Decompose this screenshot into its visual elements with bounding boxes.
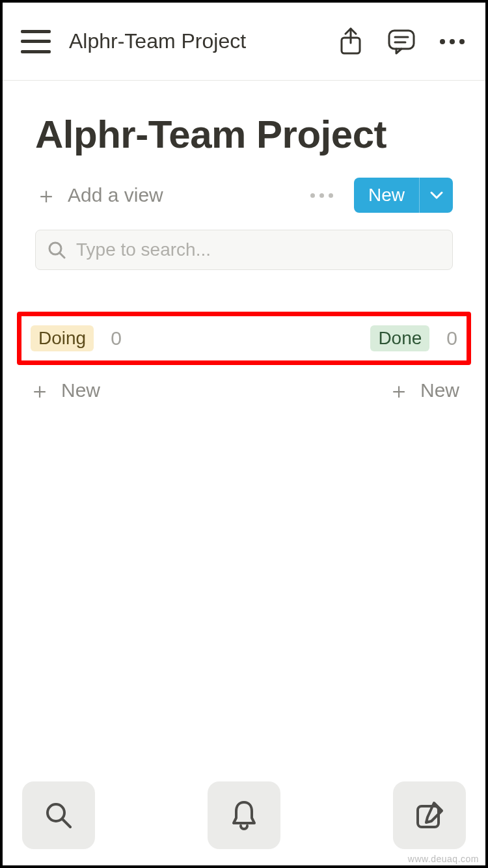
add-view-button[interactable]: ＋ Add a view: [35, 184, 163, 206]
bell-icon: [230, 800, 258, 831]
add-card-doing[interactable]: ＋ New: [29, 379, 100, 401]
page-title-section: Alphr-Team Project: [3, 81, 485, 170]
view-bar: ＋ Add a view New: [3, 170, 485, 230]
add-view-label: Add a view: [68, 184, 163, 206]
column-header-doing[interactable]: Doing 0: [31, 325, 122, 351]
compose-icon: [414, 800, 444, 830]
nav-compose-button[interactable]: [393, 781, 466, 849]
new-dropdown-button[interactable]: [419, 178, 453, 213]
search-section: [3, 230, 485, 292]
more-icon[interactable]: [437, 27, 467, 57]
column-count-done: 0: [446, 327, 457, 349]
search-icon: [47, 241, 66, 259]
svg-rect-1: [389, 31, 414, 49]
board-new-row: ＋ New ＋ New: [3, 365, 485, 401]
app-frame: Alphr-Team Project: [0, 0, 488, 868]
svg-line-7: [62, 819, 70, 827]
column-tag-done: Done: [370, 325, 429, 351]
menu-icon[interactable]: [21, 30, 51, 53]
nav-search-button[interactable]: [22, 781, 95, 849]
view-more-icon[interactable]: [310, 193, 333, 198]
nav-notifications-button[interactable]: [208, 781, 280, 849]
column-header-done[interactable]: Done 0: [370, 325, 457, 351]
share-icon[interactable]: [336, 27, 366, 57]
column-tag-doing: Doing: [31, 325, 94, 351]
new-button-group: New: [354, 178, 453, 213]
board-columns-highlight: Doing 0 Done 0: [17, 312, 471, 365]
new-button[interactable]: New: [354, 178, 419, 213]
top-bar: Alphr-Team Project: [3, 3, 485, 81]
plus-icon: ＋: [388, 379, 410, 401]
search-icon: [44, 801, 73, 830]
top-bar-actions: [336, 27, 467, 57]
add-card-label: New: [420, 379, 459, 401]
page-title[interactable]: Alphr-Team Project: [35, 112, 453, 157]
column-count-doing: 0: [111, 327, 122, 349]
comments-icon[interactable]: [386, 27, 416, 57]
add-card-label: New: [61, 379, 100, 401]
watermark: www.deuaq.com: [408, 854, 479, 864]
search-input[interactable]: [76, 239, 441, 260]
breadcrumb[interactable]: Alphr-Team Project: [69, 29, 318, 53]
add-card-done[interactable]: ＋ New: [388, 379, 459, 401]
search-box[interactable]: [35, 230, 453, 270]
svg-line-5: [60, 253, 64, 258]
plus-icon: ＋: [29, 379, 51, 401]
bottom-nav: [3, 777, 485, 865]
plus-icon: ＋: [35, 184, 57, 206]
